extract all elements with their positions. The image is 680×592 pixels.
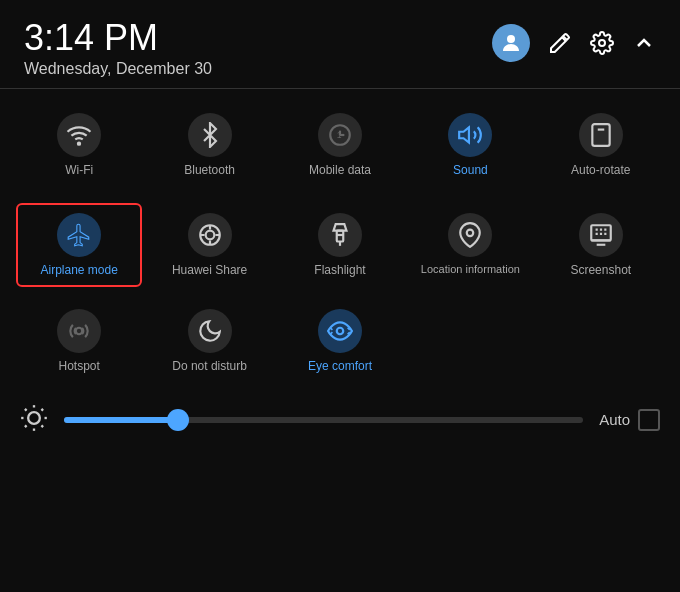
quick-settings-row3: Hotspot Do not disturb Eye comfort	[0, 295, 680, 391]
bluetooth-tile[interactable]: Bluetooth	[146, 103, 272, 187]
auto-rotate-label: Auto-rotate	[571, 163, 630, 177]
brightness-icon	[20, 404, 48, 436]
svg-point-21	[337, 328, 344, 335]
quick-settings-row2: Airplane mode Huawei Share Flashlight	[0, 195, 680, 295]
brightness-slider[interactable]	[64, 417, 583, 423]
svg-rect-8	[592, 124, 609, 146]
time-section: 3:14 PM Wednesday, December 30	[24, 18, 212, 78]
flashlight-tile[interactable]: Flashlight	[277, 203, 403, 287]
location-icon	[448, 213, 492, 257]
location-label: Location information	[421, 263, 520, 276]
dnd-label: Do not disturb	[172, 359, 247, 373]
svg-line-26	[41, 425, 43, 427]
location-tile[interactable]: Location information	[407, 203, 533, 287]
settings-button[interactable]	[590, 31, 614, 55]
auto-rotate-icon	[579, 113, 623, 157]
auto-section: Auto	[599, 409, 660, 431]
wifi-tile[interactable]: Wi-Fi	[16, 103, 142, 187]
collapse-button[interactable]	[632, 31, 656, 55]
dnd-tile[interactable]: Do not disturb	[146, 299, 272, 383]
sound-label: Sound	[453, 163, 488, 177]
eye-comfort-icon	[318, 309, 362, 353]
sound-icon	[448, 113, 492, 157]
svg-rect-12	[337, 231, 344, 242]
brightness-thumb[interactable]	[167, 409, 189, 431]
auto-rotate-tile[interactable]: Auto-rotate	[538, 103, 664, 187]
brightness-fill	[64, 417, 178, 423]
svg-line-25	[25, 409, 27, 411]
screenshot-label: Screenshot	[570, 263, 631, 277]
svg-point-22	[28, 412, 40, 424]
header: 3:14 PM Wednesday, December 30	[0, 0, 680, 88]
screenshot-tile[interactable]: Screenshot	[538, 203, 664, 287]
svg-point-20	[76, 328, 83, 335]
svg-line-29	[25, 425, 27, 427]
brightness-row: Auto	[0, 392, 680, 448]
hotspot-label: Hotspot	[59, 359, 100, 373]
airplane-icon	[57, 213, 101, 257]
flashlight-label: Flashlight	[314, 263, 365, 277]
avatar[interactable]	[492, 24, 530, 62]
screenshot-icon	[579, 213, 623, 257]
huawei-share-tile[interactable]: Huawei Share	[146, 203, 272, 287]
eye-comfort-label: Eye comfort	[308, 359, 372, 373]
eye-comfort-tile[interactable]: Eye comfort	[277, 299, 403, 383]
huawei-share-icon	[188, 213, 232, 257]
airplane-mode-tile[interactable]: Airplane mode	[16, 203, 142, 287]
svg-point-14	[467, 230, 474, 237]
dnd-icon	[188, 309, 232, 353]
svg-point-2	[78, 142, 80, 144]
svg-text:1: 1	[337, 130, 342, 140]
svg-point-0	[507, 35, 515, 43]
wifi-label: Wi-Fi	[65, 163, 93, 177]
svg-marker-7	[460, 127, 470, 142]
mobile-data-tile[interactable]: 1 Mobile data	[277, 103, 403, 187]
svg-point-11	[205, 231, 214, 240]
clock: 3:14 PM	[24, 18, 212, 58]
mobile-data-icon: 1	[318, 113, 362, 157]
auto-checkbox[interactable]	[638, 409, 660, 431]
edit-button[interactable]	[548, 31, 572, 55]
auto-label: Auto	[599, 411, 630, 428]
sound-tile[interactable]: Sound	[407, 103, 533, 187]
hotspot-tile[interactable]: Hotspot	[16, 299, 142, 383]
svg-point-1	[599, 40, 605, 46]
wifi-icon	[57, 113, 101, 157]
svg-line-30	[41, 409, 43, 411]
date: Wednesday, December 30	[24, 60, 212, 78]
airplane-label: Airplane mode	[41, 263, 118, 277]
bluetooth-label: Bluetooth	[184, 163, 235, 177]
flashlight-icon	[318, 213, 362, 257]
quick-settings-row1: Wi-Fi Bluetooth 1 Mobile data	[0, 95, 680, 195]
mobile-data-label: Mobile data	[309, 163, 371, 177]
bluetooth-icon	[188, 113, 232, 157]
header-icons	[492, 24, 656, 62]
divider	[0, 88, 680, 89]
huawei-share-label: Huawei Share	[172, 263, 247, 277]
hotspot-icon	[57, 309, 101, 353]
